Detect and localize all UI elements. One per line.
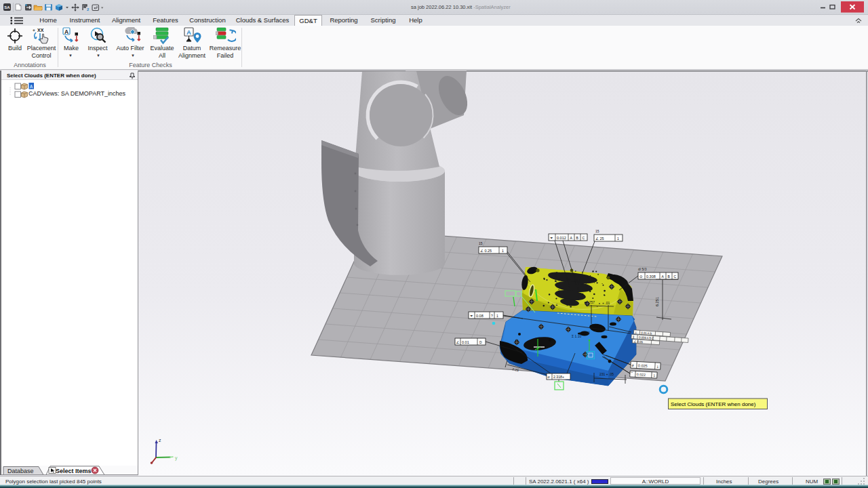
svg-text:0.08: 0.08 [476, 314, 484, 318]
svg-text:1: 1 [656, 365, 658, 369]
svg-text:d/ 5/3: d/ 5/3 [638, 267, 647, 271]
svg-text:⌖: ⌖ [33, 28, 35, 33]
svg-text:∠: ∠ [456, 340, 460, 344]
svg-text:∠ 25: ∠ 25 [595, 237, 604, 241]
svg-text:Select Items: Select Items [56, 468, 92, 474]
svg-text:15: 15 [595, 229, 599, 233]
svg-text:⏷: ⏷ [550, 236, 553, 240]
svg-text:⎴: ⎴ [631, 372, 633, 376]
svg-text:∠ 0.25: ∠ 0.25 [480, 249, 492, 253]
svg-text:C: C [674, 274, 677, 279]
svg-text:15: 15 [479, 241, 483, 245]
svg-text:-.10: -.10 [585, 331, 590, 335]
svg-text:∥: ∥ [633, 336, 634, 339]
svg-text:A: A [64, 28, 68, 35]
svg-text:y: y [175, 455, 178, 461]
svg-text:1: 1 [496, 314, 498, 318]
svg-text:⏷: ⏷ [470, 314, 473, 318]
svg-text:Select Clouds (ENTER when done: Select Clouds (ENTER when done) [671, 401, 756, 407]
svg-text:SA: SA [4, 5, 10, 9]
svg-text:Database: Database [7, 468, 34, 474]
svg-text:⌀ .757: ⌀ .757 [585, 300, 595, 304]
svg-text:Σ 1.10: Σ 1.10 [572, 334, 581, 338]
svg-text:1: 1 [617, 237, 619, 241]
svg-text:0.01: 0.01 [462, 340, 469, 344]
svg-text:A: A [186, 28, 191, 36]
svg-text:0.022: 0.022 [637, 372, 646, 377]
svg-text:C: C [583, 236, 585, 240]
svg-text:0.308: 0.308 [646, 274, 656, 279]
svg-text:XX: XX [37, 28, 44, 33]
svg-text:2: 2 [87, 7, 90, 12]
svg-text:D: D [479, 340, 482, 344]
svg-text:+ .01: + .01 [602, 301, 610, 305]
svg-text:2.318+: 2.318+ [553, 375, 564, 379]
svg-text:0.012: 0.012 [557, 236, 566, 240]
svg-text:?: ? [491, 314, 493, 318]
svg-text:⊙: ⊙ [639, 274, 643, 279]
svg-text:231 + .05: 231 + .05 [599, 372, 614, 376]
svg-text:1: 1 [502, 249, 504, 253]
svg-text:1: 1 [653, 373, 655, 378]
svg-text:A: A [30, 84, 33, 89]
svg-text:∠ 0.05: ∠ 0.05 [633, 340, 643, 344]
svg-text:z: z [159, 438, 161, 443]
svg-text:⊥: ⊥ [635, 331, 637, 334]
svg-text:6.251: 6.251 [655, 297, 659, 306]
svg-text:0.025: 0.025 [638, 363, 648, 368]
